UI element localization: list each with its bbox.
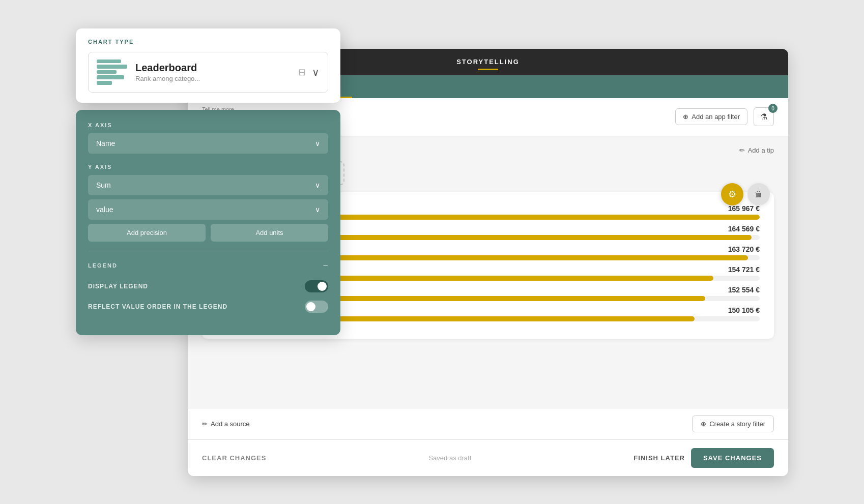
filter-badge-button[interactable]: ⚗ 0: [754, 107, 774, 126]
story-footer: ✏ Add a source ⊕ Create a story filter: [188, 408, 788, 439]
bottom-bar: CLEAR CHANGES Saved as draft FINISH LATE…: [188, 439, 788, 476]
y-axis-agg-chevron-icon: ∨: [315, 181, 320, 189]
y-axis-section: Y AXIS Sum ∨ value ∨ Add precision Add u…: [88, 164, 328, 242]
legend-header: LEGEND −: [88, 260, 328, 271]
create-story-filter-button[interactable]: ⊕ Create a story filter: [692, 416, 774, 432]
create-filter-plus-icon: ⊕: [701, 420, 706, 428]
chart-delete-button[interactable]: 🗑: [747, 183, 770, 205]
tip-label: Add a tip: [748, 146, 774, 154]
filter-count-badge: 0: [768, 104, 777, 113]
chart-type-section-label: CHART TYPE: [88, 39, 328, 45]
chart-type-selector[interactable]: Leaderboard Rank among catego... ⊟ ∨: [88, 52, 328, 93]
lb-item-value: 150 105 €: [728, 306, 760, 314]
add-source-button[interactable]: ✏ Add a source: [202, 420, 250, 428]
chart-type-card: CHART TYPE Leaderboard Rank among catego…: [76, 28, 340, 103]
add-source-edit-icon: ✏: [202, 420, 208, 428]
filter-icon: ⚗: [760, 112, 767, 121]
chevron-down-icon: ∨: [312, 66, 320, 78]
chart-gear-button[interactable]: ⚙: [721, 183, 743, 205]
precision-units-row: Add precision Add units: [88, 224, 328, 242]
legend-collapse-icon[interactable]: −: [323, 260, 328, 271]
y-axis-aggregation-select[interactable]: Sum ∨: [88, 175, 328, 195]
create-filter-label: Create a story filter: [709, 420, 765, 428]
legend-title-label: LEGEND: [88, 262, 118, 269]
lb-item-value: 164 569 €: [728, 225, 760, 233]
reflect-value-toggle[interactable]: [305, 301, 328, 313]
display-legend-label: DISPLAY LEGEND: [88, 283, 148, 290]
top-bar-underline: [478, 69, 498, 70]
y-axis-aggregation-value: Sum: [96, 181, 111, 189]
lb-item-value: 165 967 €: [728, 204, 760, 213]
y-axis-field-value: value: [96, 205, 113, 214]
add-filter-label: Add an app filter: [692, 113, 740, 121]
clear-changes-button[interactable]: CLEAR CHANGES: [202, 454, 266, 462]
tip-edit-icon: ✏: [739, 146, 745, 154]
delete-icon: 🗑: [755, 190, 763, 199]
chart-type-description: Rank among catego...: [135, 75, 200, 82]
draft-status: Saved as draft: [428, 454, 471, 462]
add-source-label: Add a source: [211, 420, 250, 428]
reflect-value-label: REFLECT VALUE ORDER IN THE LEGEND: [88, 303, 227, 310]
lb-item-value: 163 720 €: [728, 245, 760, 253]
x-axis-section: X AXIS Name ∨: [88, 122, 328, 154]
x-axis-chevron-icon: ∨: [315, 139, 320, 147]
add-tip-button[interactable]: ✏ Add a tip: [739, 146, 774, 154]
add-app-filter-button[interactable]: ⊕ Add an app filter: [675, 108, 747, 125]
save-changes-button[interactable]: SAVE CHANGES: [691, 448, 774, 468]
add-filter-plus-icon: ⊕: [683, 113, 688, 121]
x-axis-label: X AXIS: [88, 122, 328, 128]
lb-item-value: 152 554 €: [728, 286, 760, 294]
x-axis-value: Name: [96, 139, 115, 147]
reflect-value-row: REFLECT VALUE ORDER IN THE LEGEND: [88, 301, 328, 313]
config-panel: X AXIS Name ∨ Y AXIS Sum ∨ value ∨ Add p…: [76, 110, 340, 335]
add-units-button[interactable]: Add units: [211, 224, 328, 242]
y-axis-label: Y AXIS: [88, 164, 328, 170]
leaderboard-chart-icon: [97, 60, 127, 85]
pages-icon: ⊟: [298, 67, 306, 78]
chart-type-name: Leaderboard: [135, 62, 200, 74]
finish-later-button[interactable]: FINISH LATER: [633, 454, 685, 462]
display-legend-toggle[interactable]: [305, 280, 328, 292]
lb-item-value: 154 721 €: [728, 265, 760, 274]
add-precision-button[interactable]: Add precision: [88, 224, 206, 242]
gear-icon: ⚙: [728, 189, 736, 200]
legend-section: LEGEND − DISPLAY LEGEND REFLECT VALUE OR…: [88, 260, 328, 313]
y-axis-field-select[interactable]: value ∨: [88, 199, 328, 220]
x-axis-select[interactable]: Name ∨: [88, 133, 328, 154]
y-axis-field-chevron-icon: ∨: [315, 205, 320, 214]
display-legend-row: DISPLAY LEGEND: [88, 280, 328, 292]
app-title: STORYTELLING: [456, 58, 520, 66]
